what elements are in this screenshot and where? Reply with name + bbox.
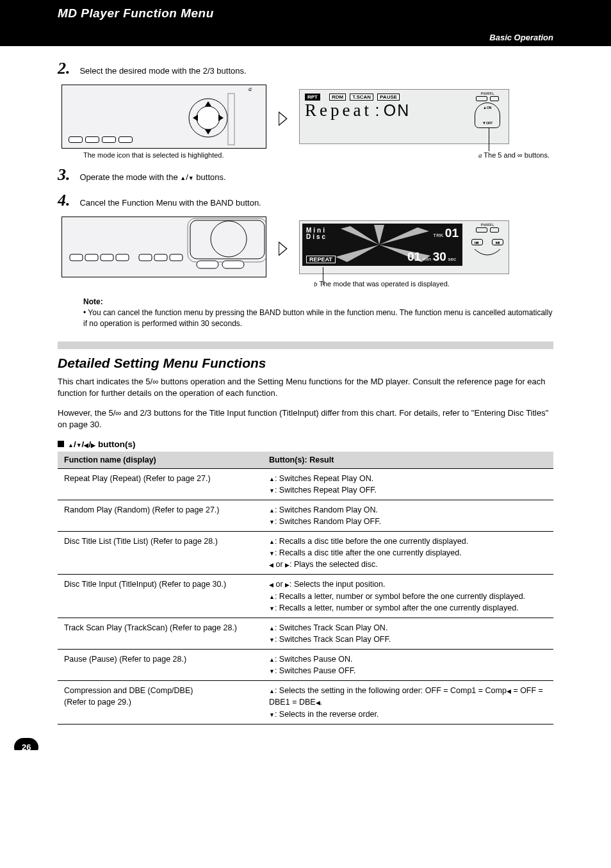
- svg-marker-19: [379, 227, 429, 245]
- sec-value: 30: [433, 250, 446, 263]
- svg-marker-2: [205, 101, 211, 106]
- section-divider: [58, 341, 553, 349]
- square-bullet-icon: [58, 441, 64, 447]
- col-function-name: Function name (display): [58, 452, 263, 469]
- svg-rect-8: [188, 218, 266, 262]
- svg-marker-4: [193, 115, 198, 121]
- note-block: Note: • You can cancel the function menu…: [83, 297, 553, 329]
- lcd-colon: :: [375, 101, 380, 119]
- detailed-intro-2: However, the 5/∞ and 2/3 buttons for the…: [58, 407, 553, 430]
- table-row: Disc Title List (Title List) (Refer to p…: [58, 532, 553, 575]
- svg-rect-10: [85, 254, 98, 261]
- lcd-main-line: Repeat : ON: [305, 101, 470, 120]
- callout-a-text: The 5 and ∞ buttons.: [484, 151, 550, 159]
- seek-arc-icon: [472, 248, 503, 258]
- step-number: 4.: [58, 191, 77, 210]
- svg-marker-22: [374, 225, 384, 245]
- svg-rect-12: [116, 254, 129, 261]
- cell-operation: : Switches Pause ON.: Switches Pause OFF…: [263, 650, 553, 681]
- table-row: Track Scan Play (TrackScan) (Refer to pa…: [58, 618, 553, 649]
- cell-function-name: Random Play (Random) (Refer to page 27.): [58, 500, 263, 531]
- cell-operation: : Recalls a disc title before the one cu…: [263, 532, 553, 575]
- leader-line: [323, 267, 323, 285]
- badge-rpt: RPT: [305, 94, 320, 101]
- figure-step-4: ▷ Mini Disc: [61, 217, 553, 277]
- lcd-mode-name: Repeat: [305, 101, 372, 120]
- preset-buttons: [69, 136, 133, 143]
- step-number: 2.: [58, 59, 77, 78]
- lcd-value: ON: [384, 101, 411, 119]
- table-row: Compression and DBE (Comp/DBE) (Refer to…: [58, 681, 553, 724]
- table-title: /// 5/∞/2/3 button(s) button(s): [68, 439, 135, 449]
- lcd-display-play: Mini Disc TRK 01: [299, 220, 509, 274]
- svg-marker-20: [336, 245, 379, 262]
- up-on-icon: ▲ON: [483, 106, 491, 110]
- callout-b-text: The mode that was operated is displayed.: [319, 280, 450, 288]
- trk-label: TRK: [433, 233, 443, 238]
- callout-b-ref: b: [314, 280, 319, 288]
- pwr-button-small: [476, 227, 487, 233]
- dark-lcd: Mini Disc TRK 01: [302, 224, 462, 266]
- svg-rect-13: [139, 254, 152, 261]
- up-triangle-icon: [180, 172, 186, 182]
- figure-caption-left: The mode icon that is selected is highli…: [83, 151, 224, 159]
- table-row: Random Play (Random) (Refer to page 27.)…: [58, 500, 553, 531]
- badge-rdm: RDM: [329, 94, 346, 101]
- dpad-illustration: [188, 88, 239, 149]
- cell-function-name: Disc Title Input (TitleInput) (Refer to …: [58, 575, 263, 618]
- device-illustration: a: [61, 85, 266, 149]
- trk-value: 01: [445, 226, 459, 240]
- svg-marker-5: [218, 115, 224, 121]
- pwrfl-label: PWRFL: [469, 92, 506, 95]
- step-4: 4. Cancel the Function Menu with the BAN…: [58, 191, 553, 210]
- cell-operation: : Switches Track Scan Play ON.: Switches…: [263, 618, 553, 649]
- pwr-button-small: [490, 96, 499, 101]
- cell-function-name: Pause (Pause) (Refer to page 28.): [58, 650, 263, 681]
- device-svg-2: [62, 217, 266, 277]
- svg-rect-17: [222, 261, 244, 268]
- section-subtitle: Basic Operation: [489, 33, 553, 42]
- svg-marker-3: [205, 129, 211, 135]
- on-off-rocker: ▲ON ▼OFF: [475, 102, 500, 128]
- svg-rect-9: [70, 254, 83, 261]
- page-number: 26: [14, 738, 38, 750]
- svg-marker-18: [341, 226, 379, 245]
- svg-point-1: [197, 106, 220, 129]
- cell-function-name: Compression and DBE (Comp/DBE) (Refer to…: [58, 681, 263, 724]
- svg-rect-16: [197, 261, 218, 268]
- device-illustration-2: [61, 217, 266, 277]
- pwrfl-label: PWRFL: [469, 223, 506, 227]
- flow-arrow-icon: ▷: [279, 236, 288, 258]
- pwr-button-small: [476, 96, 487, 101]
- svg-rect-15: [170, 254, 183, 261]
- down-triangle-icon: [188, 172, 194, 182]
- cell-function-name: Track Scan Play (TrackScan) (Refer to pa…: [58, 618, 263, 649]
- section-title: MD Player Function Menu: [58, 6, 598, 20]
- sec-label: sec: [448, 256, 456, 262]
- pwr-button-small: [490, 227, 499, 233]
- cell-function-name: Repeat Play (Repeat) (Refer to page 27.): [58, 468, 263, 500]
- table-title-row: /// 5/∞/2/3 button(s) button(s): [58, 439, 553, 449]
- step-3: 3. Operate the mode with the / buttons.: [58, 165, 553, 184]
- svg-rect-11: [101, 254, 113, 261]
- step-number: 3.: [58, 165, 77, 184]
- detailed-intro-1: This chart indicates the 5/∞ buttons ope…: [58, 376, 553, 398]
- note-label: Note:: [83, 297, 103, 306]
- step-text: Operate the mode with the / buttons.: [79, 172, 225, 182]
- step-text: Select the desired mode with the 2/3 but…: [79, 66, 246, 76]
- badge-tscan: T.SCAN: [350, 94, 373, 101]
- table-row: Disc Title Input (TitleInput) (Refer to …: [58, 575, 553, 618]
- seek-buttons: ⏮ ⏭: [469, 235, 506, 258]
- step-text: Cancel the Function Menu with the BAND b…: [79, 198, 261, 208]
- svg-rect-14: [154, 254, 167, 261]
- col-buttons-result: Button(s): Result: [263, 452, 553, 469]
- lcd-display-repeat: RPT RDM T.SCAN PAUSE Repeat : ON PWRFL: [299, 89, 509, 144]
- seek-fwd-icon: ⏭: [492, 239, 503, 245]
- power-control-area: PWRFL ▲ON ▼OFF: [469, 92, 506, 129]
- power-control-area-2: PWRFL: [469, 223, 506, 233]
- leader-line: [489, 128, 489, 151]
- cell-function-name: Disc Title List (Title List) (Refer to p…: [58, 532, 263, 575]
- svg-rect-7: [190, 220, 265, 259]
- table-row: Repeat Play (Repeat) (Refer to page 27.)…: [58, 468, 553, 500]
- callout-label-a: a: [248, 85, 252, 92]
